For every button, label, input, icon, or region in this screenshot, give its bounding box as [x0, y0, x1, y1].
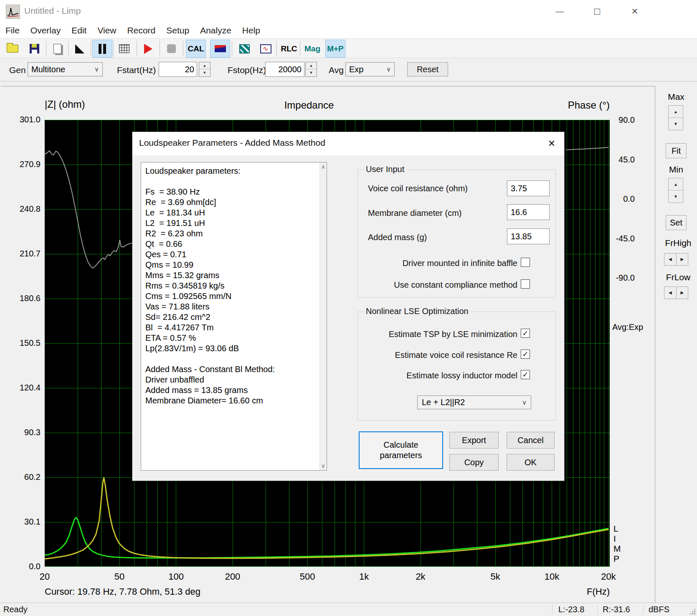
menu-item-help[interactable]: Help [237, 23, 266, 38]
toolbar-separator [300, 41, 300, 56]
estimate-lossy-inductor-checkbox[interactable]: ✓ [521, 370, 530, 379]
phase-axis-tick: 45.0 [606, 155, 635, 165]
menu-item-analyze[interactable]: Analyze [195, 23, 237, 38]
infinite-baffle-label: Driver mounted in infinite baffle [358, 259, 517, 268]
toolbar-separator [276, 41, 277, 56]
dialog-title-bar[interactable]: Loudspeaker Parameters - Added Mass Meth… [132, 132, 564, 155]
down-icon[interactable]: ▼ [199, 69, 210, 76]
menu-item-overlay[interactable]: Overlay [25, 23, 66, 38]
ok-button[interactable]: OK [507, 454, 555, 471]
generator-select[interactable]: Multitone ∨ [28, 62, 103, 76]
calibrate-button[interactable]: CAL [186, 40, 206, 58]
reset-button[interactable]: Reset [407, 62, 448, 76]
menu-item-record[interactable]: Record [122, 23, 161, 38]
left-arrow-icon[interactable]: ◀ [664, 286, 676, 299]
scroll-up-icon[interactable]: ∧ [320, 163, 327, 170]
minimize-icon[interactable]: — [549, 3, 570, 20]
avg-select[interactable]: Exp ∨ [345, 62, 395, 76]
frlow-label: FrLow [660, 272, 697, 282]
parameter-line: Mms = 15.32 grams [141, 270, 327, 281]
parameter-line: Driver unbaffled [141, 375, 327, 385]
table-view-button[interactable] [114, 40, 134, 58]
menu-item-edit[interactable]: Edit [66, 23, 92, 38]
left-arrow-icon[interactable]: ◀ [664, 253, 676, 266]
parameters-listbox[interactable]: Loudspeaker parameters: Fs = 38.90 HzRe … [141, 162, 327, 471]
inductor-model-select[interactable]: Le + L2||R2 ∨ [417, 395, 531, 409]
magnitude-view-button[interactable]: Mag [302, 40, 322, 58]
mp-label: M+P [327, 44, 344, 53]
toolbar-separator [183, 41, 183, 56]
mag-label: Mag [304, 44, 320, 53]
loudspeaker-parameters-dialog: Loudspeaker Parameters - Added Mass Meth… [132, 132, 565, 481]
down-icon[interactable]: ▼ [669, 118, 683, 130]
open-file-button[interactable] [3, 40, 23, 58]
open-folder-icon [7, 45, 18, 53]
menu-item-view[interactable]: View [92, 23, 122, 38]
up-icon[interactable]: ▲ [199, 62, 210, 69]
maximize-icon[interactable]: □ [586, 3, 608, 20]
rlc-button[interactable]: RLC [279, 40, 299, 58]
fstop-stepper[interactable]: ▲ ▼ [305, 62, 317, 77]
down-icon[interactable]: ▼ [669, 190, 683, 203]
right-arrow-icon[interactable]: ▶ [676, 286, 689, 299]
frlow-arrows[interactable]: ◀ ▶ [664, 286, 688, 299]
menu-item-setup[interactable]: Setup [161, 23, 195, 38]
right-arrow-icon[interactable]: ▶ [676, 253, 689, 266]
scroll-down-icon[interactable]: ∨ [320, 462, 327, 469]
cal-label: CAL [188, 44, 204, 53]
play-icon [144, 44, 152, 54]
down-icon[interactable]: ▼ [306, 69, 317, 76]
overlay-button[interactable] [70, 40, 90, 58]
cancel-button[interactable]: Cancel [507, 432, 555, 449]
record-stop-button[interactable] [161, 40, 181, 58]
set-button[interactable]: Set [666, 215, 687, 230]
status-right-level: R:-31.6 [603, 605, 630, 614]
window-title: Untitled - Limp [24, 6, 81, 16]
min-stepper[interactable]: ▲ ▼ [668, 178, 683, 203]
estimate-re-checkbox[interactable]: ✓ [521, 350, 530, 359]
fstop-input[interactable] [265, 62, 304, 77]
constant-compliance-checkbox[interactable] [521, 279, 530, 289]
parameter-line: Qms = 10.99 [141, 260, 327, 270]
infinite-baffle-checkbox[interactable] [521, 258, 530, 267]
chevron-down-icon: ∨ [94, 63, 99, 76]
title-bar: Untitled - Limp — □ ✕ [0, 0, 697, 23]
fit-button[interactable]: Fit [666, 143, 687, 158]
max-stepper[interactable]: ▲ ▼ [668, 105, 683, 130]
record-start-button[interactable] [138, 40, 158, 58]
up-icon[interactable]: ▲ [306, 62, 317, 69]
menu-item-file[interactable]: File [0, 23, 25, 38]
teal-stripes-icon [239, 44, 250, 53]
fstart-input[interactable] [159, 62, 197, 77]
copy-button[interactable]: Copy [449, 454, 499, 471]
listbox-scrollbar[interactable]: ∧ ∨ [319, 162, 327, 470]
impedance-overlay-no-mass [45, 478, 608, 559]
fstart-stepper[interactable]: ▲ ▼ [199, 62, 210, 77]
limp-window: Untitled - Limp — □ ✕ FileOverlayEditVie… [0, 0, 697, 616]
up-icon[interactable]: ▲ [669, 106, 683, 118]
up-icon[interactable]: ▲ [669, 178, 683, 190]
calculate-parameters-button[interactable]: Calculate parameters [359, 431, 443, 469]
close-icon[interactable]: ✕ [624, 3, 646, 20]
added-mass-field[interactable] [507, 228, 550, 244]
export-button[interactable]: Export [449, 432, 499, 449]
magnitude-phase-view-button[interactable]: M+P [325, 40, 345, 58]
voice-coil-resistance-field[interactable] [507, 180, 550, 196]
estimate-tsp-checkbox[interactable]: ✓ [521, 329, 530, 338]
membrane-diameter-field[interactable] [507, 204, 550, 220]
signal-view-button[interactable]: ∿ [256, 40, 276, 58]
avg-label: Avg [329, 65, 344, 75]
dialog-close-icon[interactable]: ✕ [545, 137, 558, 150]
analysis-button[interactable] [234, 40, 254, 58]
z-axis-tick: 210.7 [11, 249, 41, 259]
parameter-line: Lp(2.83V/1m) = 93.06 dB [141, 343, 327, 354]
copy-button[interactable] [47, 40, 67, 58]
frhigh-arrows[interactable]: ◀ ▶ [664, 253, 688, 266]
inductor-model-value: Le + L2||R2 [422, 398, 465, 407]
resize-grip-icon[interactable] [689, 608, 695, 614]
z-axis-tick: 270.9 [11, 160, 41, 169]
generator-setup-button[interactable] [210, 40, 230, 58]
save-file-button[interactable] [24, 40, 44, 58]
avg-indicator: Avg:Exp [612, 322, 643, 332]
pause-button[interactable] [92, 40, 112, 58]
